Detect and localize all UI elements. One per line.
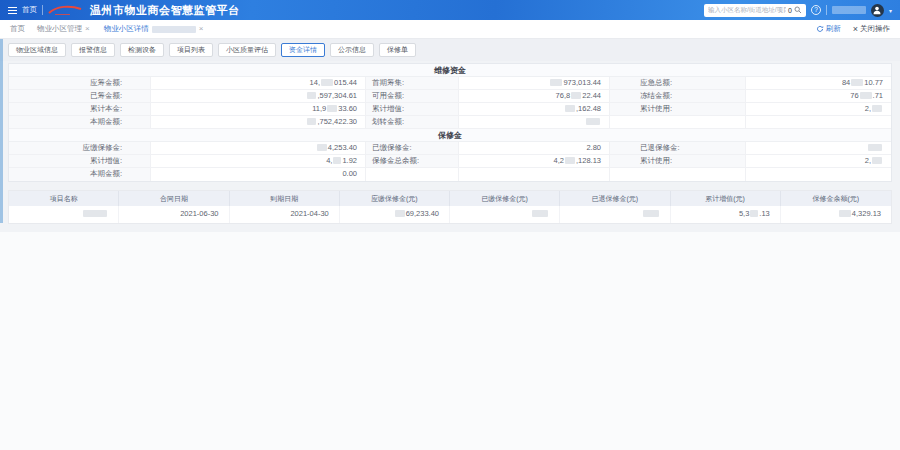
page-tab-label: 物业小区详情 <box>104 24 149 34</box>
field-value: 4,253.40 <box>151 142 366 154</box>
avatar[interactable] <box>871 4 884 17</box>
field-label: 本期金额: <box>9 168 151 181</box>
field-label: 应急总额: <box>610 77 746 89</box>
chevron-down-icon[interactable]: ▾ <box>889 7 892 14</box>
table-cell: 69,233.40 <box>340 206 450 223</box>
refresh-button[interactable]: 刷新 <box>816 24 841 34</box>
field-value: 11,933.60 <box>151 103 366 115</box>
value-text: 2021-06-30 <box>180 209 218 218</box>
redacted-value <box>83 210 107 217</box>
value-text: 015.44 <box>334 78 357 87</box>
search-icon[interactable] <box>794 6 802 14</box>
redacted-value <box>868 144 882 151</box>
company-logo-icon <box>48 4 82 16</box>
tab-6[interactable]: 资金详情 <box>281 43 325 57</box>
user-icon <box>872 5 882 15</box>
tab-5[interactable]: 小区质量评估 <box>218 43 276 57</box>
divider <box>826 5 827 15</box>
column-header: 累计增值(元) <box>671 191 781 206</box>
field-label: 已筹金额: <box>9 90 151 102</box>
field-label <box>610 116 746 128</box>
value-text: ,162.48 <box>576 104 601 113</box>
page-tab-label: 物业小区管理 <box>37 24 82 34</box>
field-value <box>746 116 891 128</box>
refresh-icon <box>816 25 824 33</box>
field-value: 0.00 <box>151 168 366 181</box>
redacted-value <box>550 79 562 86</box>
field-value: 2, <box>746 155 891 167</box>
value-text: 2.80 <box>586 143 601 152</box>
field-label: 首期筹集: <box>366 77 459 89</box>
redacted-value <box>321 79 333 86</box>
table-row[interactable]: 2021-06-302021-04-3069,233.405,3.134,329… <box>9 206 891 223</box>
redacted-value <box>643 210 659 217</box>
table-cell: 5,3.13 <box>671 206 781 223</box>
close-icon: × <box>853 25 858 34</box>
info-row: 累计增值:4,1.92保修金总余额:4,2,128.13累计使用:2, <box>9 155 891 168</box>
search-box[interactable]: 输入小区名称/街道地址/项目名称 0 <box>704 4 806 17</box>
value-text: 4, <box>326 156 332 165</box>
redacted-value <box>395 210 405 217</box>
field-value: 2, <box>746 103 891 115</box>
field-label: 已退保修金: <box>610 142 746 154</box>
field-value: 973,013.44 <box>459 77 610 89</box>
column-header: 已退保修金(元) <box>560 191 670 206</box>
info-row: 累计本金:11,933.60累计增值:,162.48累计使用:2, <box>9 103 891 116</box>
home-link[interactable]: 首页 <box>22 5 37 15</box>
username-redacted <box>832 6 866 14</box>
field-label: 可用金额: <box>366 90 459 102</box>
field-value: 14,015.44 <box>151 77 366 89</box>
value-text: 11,9 <box>312 104 326 113</box>
menu-icon[interactable] <box>8 7 17 14</box>
tab-1[interactable]: 物业区域信息 <box>8 43 66 57</box>
close-operations-button[interactable]: × 关闭操作 <box>853 24 890 34</box>
redacted-value <box>860 92 872 99</box>
close-icon[interactable]: × <box>199 25 204 33</box>
tab-7[interactable]: 公示信息 <box>330 43 374 57</box>
open-page-tabs: 物业小区管理×物业小区详情× <box>37 24 203 34</box>
value-text: 84 <box>842 78 850 87</box>
value-text: .71 <box>873 91 883 100</box>
breadcrumb: 首页 物业小区管理×物业小区详情× 刷新 × 关闭操作 <box>0 20 900 39</box>
field-label: 应缴保修金: <box>9 142 151 154</box>
table-cell: 4,329.13 <box>781 206 891 223</box>
tab-4[interactable]: 项目列表 <box>169 43 213 57</box>
value-text: ,597,304.61 <box>317 91 357 100</box>
value-text: .13 <box>759 209 769 218</box>
redacted-value <box>307 92 316 99</box>
tab-8[interactable]: 保修单 <box>379 43 416 57</box>
help-icon[interactable]: ? <box>811 5 821 15</box>
value-text: 2, <box>865 156 871 165</box>
value-text: ,128.13 <box>576 156 601 165</box>
column-header: 项目名称 <box>9 191 119 206</box>
field-value <box>746 142 891 154</box>
info-row: 本期金额:0.00 <box>9 168 891 181</box>
page-tab[interactable]: 物业小区详情× <box>104 24 204 34</box>
field-value: 76,822.44 <box>459 90 610 102</box>
redacted-value <box>839 210 851 217</box>
redacted-value <box>327 105 337 112</box>
close-icon[interactable]: × <box>85 25 90 33</box>
info-row: 本期金额:,752,422.30划转金额: <box>9 116 891 129</box>
breadcrumb-home[interactable]: 首页 <box>10 24 25 34</box>
field-value: 8410.77 <box>746 77 891 89</box>
app-title: 温州市物业商会智慧监管平台 <box>90 3 240 18</box>
tab-3[interactable]: 检测设备 <box>120 43 164 57</box>
redacted-value <box>586 118 600 125</box>
value-text: 0.00 <box>342 169 357 178</box>
value-text: 4,253.40 <box>328 143 357 152</box>
search-input[interactable]: 输入小区名称/街道地址/项目名称 <box>708 6 786 15</box>
column-header: 合同日期 <box>119 191 229 206</box>
field-label: 累计本金: <box>9 103 151 115</box>
info-row: 已筹金额:,597,304.61可用金额:76,822.44冻结金额:76.71 <box>9 90 891 103</box>
field-value <box>459 116 610 128</box>
warranty-projects-table: 项目名称合同日期到期日期应缴保修金(元)已缴保修金(元)已退保修金(元)累计增值… <box>8 190 892 224</box>
field-value <box>459 168 610 181</box>
field-value: ,597,304.61 <box>151 90 366 102</box>
column-header: 应缴保修金(元) <box>340 191 450 206</box>
redacted-value <box>565 157 575 164</box>
table-cell: 2021-06-30 <box>119 206 229 223</box>
tab-2[interactable]: 报警信息 <box>71 43 115 57</box>
page-tab[interactable]: 物业小区管理× <box>37 24 90 34</box>
divider <box>42 5 43 15</box>
